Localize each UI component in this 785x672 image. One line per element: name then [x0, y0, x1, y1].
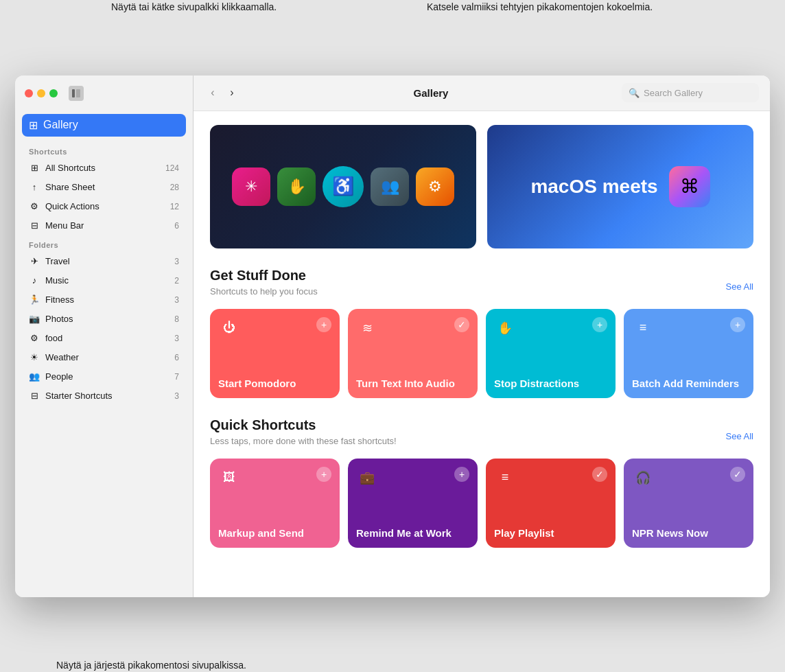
sidebar-item-all-shortcuts[interactable]: ⊞ All Shortcuts 124: [22, 159, 186, 178]
sidebar-item-weather[interactable]: ☀ Weather 6: [22, 348, 186, 367]
get-stuff-done-cards: ⏻ + Start Pomodoro ≋ ✓ Turn Text Into Au…: [210, 309, 753, 398]
sidebar-item-travel[interactable]: ✈ Travel 3: [22, 252, 186, 271]
card-top-stop-distractions: ✋ +: [494, 317, 607, 339]
back-arrow[interactable]: ‹: [204, 84, 221, 101]
annotation-gallery: Katsele valmiiksi tehtyjen pikakomentoje…: [427, 0, 653, 14]
minimize-button[interactable]: [37, 89, 45, 97]
music-label: Music: [45, 275, 69, 286]
traffic-lights: [25, 89, 58, 97]
macos-banner[interactable]: macOS meets ⌘: [487, 125, 753, 248]
remind-icon: 💼: [356, 467, 378, 489]
quick-shortcuts-header: Quick Shortcuts Less taps, more done wit…: [210, 417, 753, 456]
svg-rect-0: [72, 89, 75, 97]
stop-distractions-add: +: [592, 317, 607, 332]
sidebar-item-quick-actions[interactable]: ⚙ Quick Actions 12: [22, 197, 186, 216]
npr-check: ✓: [730, 467, 745, 482]
section-title-get-stuff-done: Get Stuff Done: [210, 268, 318, 283]
quick-shortcuts-cards: 🖼 + Markup and Send 💼 + Remind Me at Wor…: [210, 459, 753, 548]
batch-reminders-label: Batch Add Reminders: [632, 378, 745, 390]
sidebar-item-share-sheet[interactable]: ↑ Share Sheet 28: [22, 178, 186, 197]
food-label: food: [45, 333, 62, 343]
main-panel: ‹ › Gallery 🔍 Search Gallery ✳ ✋ ♿: [194, 76, 770, 597]
npr-icon: 🎧: [632, 467, 654, 489]
text-audio-label: Turn Text Into Audio: [356, 378, 469, 390]
npr-label: NPR News Now: [632, 527, 745, 540]
weather-count: 6: [174, 353, 179, 362]
music-count: 2: [174, 276, 179, 286]
starter-shortcuts-label: Starter Shortcuts: [45, 391, 113, 401]
menu-bar-count: 6: [174, 221, 179, 231]
card-markup-and-send[interactable]: 🖼 + Markup and Send: [210, 459, 340, 548]
stop-distractions-icon: ✋: [494, 317, 516, 339]
photos-label: Photos: [45, 314, 73, 324]
macos-banner-content: macOS meets ⌘: [530, 166, 710, 207]
shortcuts-app-icon: ⌘: [669, 166, 710, 207]
accessibility-icon-sliders: ⚙: [416, 167, 454, 206]
travel-icon: ✈: [29, 256, 40, 267]
card-play-playlist[interactable]: ≡ ✓ Play Playlist: [486, 459, 616, 548]
main-titlebar: ‹ › Gallery 🔍 Search Gallery: [194, 76, 770, 111]
card-turn-text-audio[interactable]: ≋ ✓ Turn Text Into Audio: [348, 309, 478, 398]
close-button[interactable]: [25, 89, 33, 97]
maximize-button[interactable]: [49, 89, 58, 97]
accessibility-icon-asterisk: ✳: [232, 167, 270, 206]
sidebar-item-menu-bar[interactable]: ⊟ Menu Bar 6: [22, 216, 186, 235]
get-stuff-done-header: Get Stuff Done Shortcuts to help you foc…: [210, 268, 753, 306]
shortcuts-section-label: Shortcuts: [22, 142, 186, 159]
card-top-npr: 🎧 ✓: [632, 467, 745, 489]
card-batch-add-reminders[interactable]: ≡ + Batch Add Reminders: [624, 309, 753, 398]
annotation-sidebar-toggle: Näytä tai kätke sivupalkki klikkaamalla.: [111, 0, 277, 14]
batch-reminders-add: +: [730, 317, 745, 332]
section-subtitle-get-stuff-done: Shortcuts to help you focus: [210, 286, 318, 297]
quick-shortcuts-title-block: Quick Shortcuts Less taps, more done wit…: [210, 417, 397, 456]
quick-shortcuts-see-all[interactable]: See All: [726, 431, 753, 441]
card-top-text-audio: ≋ ✓: [356, 317, 469, 339]
people-count: 7: [174, 372, 179, 382]
pomodoro-icon: ⏻: [218, 317, 240, 339]
get-stuff-done-section: Get Stuff Done Shortcuts to help you foc…: [210, 268, 753, 398]
sidebar: ⊞ Gallery Shortcuts ⊞ All Shortcuts 124 …: [15, 76, 194, 597]
sidebar-item-food[interactable]: ⚙ food 3: [22, 329, 186, 348]
quick-shortcuts-section: Quick Shortcuts Less taps, more done wit…: [210, 417, 753, 548]
markup-add: +: [316, 467, 331, 482]
travel-count: 3: [174, 257, 179, 266]
accessibility-icon-hand: ✋: [277, 167, 316, 206]
playlist-icon: ≡: [494, 467, 516, 489]
sidebar-item-fitness[interactable]: 🏃 Fitness 3: [22, 290, 186, 310]
section-subtitle-quick-shortcuts: Less taps, more done with these fast sho…: [210, 436, 397, 446]
sidebar-item-starter-shortcuts[interactable]: ⊟ Starter Shortcuts 3: [22, 386, 186, 406]
menu-bar-label: Menu Bar: [45, 220, 84, 231]
card-npr-news-now[interactable]: 🎧 ✓ NPR News Now: [624, 459, 753, 548]
gallery-label: Gallery: [43, 119, 78, 131]
pomodoro-add: +: [316, 317, 331, 332]
get-stuff-done-see-all[interactable]: See All: [726, 281, 753, 292]
main-content: ✳ ✋ ♿ 👥 ⚙ macOS meets ⌘: [194, 111, 770, 597]
all-shortcuts-label: All Shortcuts: [45, 163, 95, 173]
annotation-sidebar-manage: Näytä ja järjestä pikakomentosi sivupalk…: [56, 658, 246, 673]
sidebar-item-people[interactable]: 👥 People 7: [22, 367, 186, 386]
sidebar-toggle-button[interactable]: [69, 86, 84, 101]
get-stuff-done-title: Get Stuff Done Shortcuts to help you foc…: [210, 268, 318, 306]
accessibility-banner[interactable]: ✳ ✋ ♿ 👥 ⚙: [210, 125, 476, 248]
quick-actions-count: 12: [170, 202, 179, 211]
card-start-pomodoro[interactable]: ⏻ + Start Pomodoro: [210, 309, 340, 398]
sidebar-item-photos[interactable]: 📷 Photos 8: [22, 310, 186, 329]
card-top-pomodoro: ⏻ +: [218, 317, 331, 339]
fitness-count: 3: [174, 295, 179, 305]
card-stop-distractions[interactable]: ✋ + Stop Distractions: [486, 309, 616, 398]
sidebar-item-music[interactable]: ♪ Music 2: [22, 271, 186, 290]
quick-actions-label: Quick Actions: [45, 201, 99, 211]
all-shortcuts-count: 124: [165, 163, 179, 173]
svg-rect-1: [76, 89, 80, 97]
forward-arrow[interactable]: ›: [224, 84, 240, 101]
weather-icon: ☀: [29, 352, 40, 363]
sidebar-nav: ⊞ Gallery Shortcuts ⊞ All Shortcuts 124 …: [15, 111, 193, 597]
music-icon: ♪: [29, 275, 40, 286]
menu-bar-icon: ⊟: [29, 220, 40, 231]
travel-label: Travel: [45, 256, 70, 266]
card-top-playlist: ≡ ✓: [494, 467, 607, 489]
accessibility-main-icon: ♿: [323, 166, 364, 207]
card-remind-me-at-work[interactable]: 💼 + Remind Me at Work: [348, 459, 478, 548]
search-bar[interactable]: 🔍 Search Gallery: [622, 83, 759, 102]
sidebar-item-gallery[interactable]: ⊞ Gallery: [22, 114, 186, 137]
